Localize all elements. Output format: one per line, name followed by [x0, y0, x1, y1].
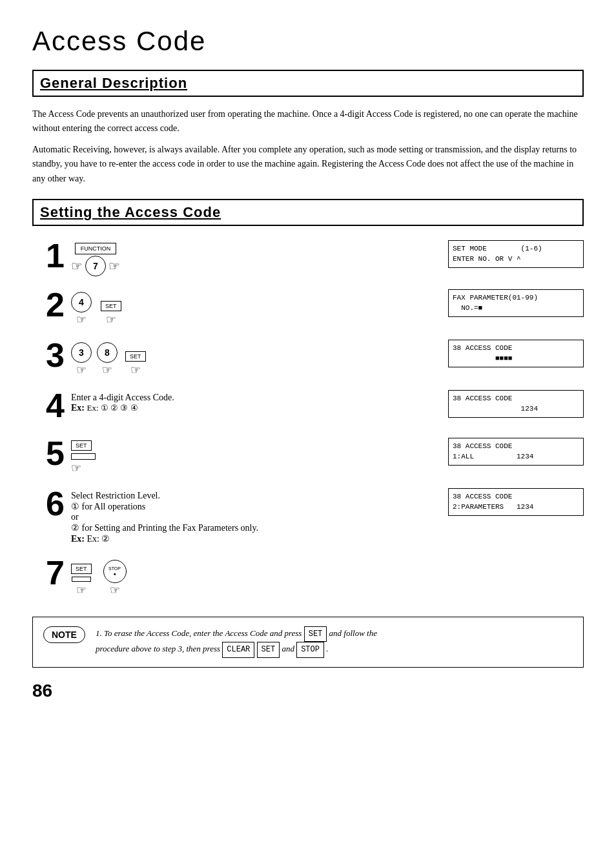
note-text: 1. To erase the Access Code, enter the A…	[96, 626, 377, 658]
step-1: 1 FUNCTION ☞ 7 ☞ SET MO	[32, 236, 584, 276]
lcd-display-2: FAX PARAMETER(01-99) NO.=■	[448, 289, 584, 317]
step-5-display: 38 ACCESS CODE 1:ALL 1234	[448, 434, 584, 466]
note-set-btn-1: SET	[304, 626, 327, 642]
lcd-display-1: SET MODE (1-6) ENTER NO. OR V ^	[448, 240, 584, 268]
set-button-3: SET	[125, 351, 146, 362]
note-stop-btn: STOP	[296, 642, 324, 657]
step-2-key: 4 ☞ SET ☞	[71, 285, 448, 327]
note-label: NOTE	[43, 626, 85, 643]
page-number: 86	[32, 681, 584, 701]
step-3-display: 38 ACCESS CODE ■■■■	[448, 336, 584, 367]
general-description-body: The Access Code prevents an unauthorized…	[32, 107, 584, 186]
set-button-5: SET	[71, 440, 92, 451]
step-5-number: 5	[32, 434, 71, 470]
step-4: 4 Enter a 4-digit Access Code. Ex: Ex: ①…	[32, 386, 584, 425]
lcd-display-6: 38 ACCESS CODE 2:PARAMETERS 1234	[448, 488, 584, 516]
step-1-key: FUNCTION ☞ 7 ☞	[71, 236, 448, 276]
step-6-text: Select Restriction Level. ① for All oper…	[71, 484, 448, 544]
step-2-display: FAX PARAMETER(01-99) NO.=■	[448, 285, 584, 317]
lcd-display-3: 38 ACCESS CODE ■■■■	[448, 340, 584, 367]
setting-header: Setting the Access Code	[32, 199, 584, 226]
step-4-text: Enter a 4-digit Access Code. Ex: Ex: ① ②…	[71, 386, 448, 425]
note-section: NOTE 1. To erase the Access Code, enter …	[32, 617, 584, 668]
steps-container: 1 FUNCTION ☞ 7 ☞ SET MO	[32, 236, 584, 597]
note-clear-btn: CLEAR	[222, 642, 254, 657]
step-6-number: 6	[32, 484, 71, 520]
step-2-number: 2	[32, 285, 71, 322]
step-7-display	[448, 553, 584, 557]
step-5: 5 SET ☞ 38 ACCESS CODE 1:ALL 1234	[32, 434, 584, 475]
step-3: 3 3 ☞ 8 ☞ SET ☞ 38 ACCESS CODE ■■■■	[32, 336, 584, 377]
step-4-number: 4	[32, 386, 71, 422]
stop-button: STOP ●	[103, 560, 127, 583]
step-7-number: 7	[32, 553, 71, 590]
key-8: 8	[97, 342, 118, 363]
general-description-header: General Description	[32, 70, 584, 97]
note-set-btn-2: SET	[257, 642, 280, 657]
lcd-display-4: 38 ACCESS CODE 1234	[448, 390, 584, 418]
key-4: 4	[71, 292, 92, 313]
step-3-key: 3 ☞ 8 ☞ SET ☞	[71, 336, 448, 377]
step-7: 7 SET ☞ STOP ● ☞	[32, 553, 584, 597]
lcd-display-5: 38 ACCESS CODE 1:ALL 1234	[448, 438, 584, 466]
step-4-display: 38 ACCESS CODE 1234	[448, 386, 584, 418]
set-button-2: SET	[101, 301, 121, 311]
step-2: 2 4 ☞ SET ☞ FAX PARAMETER(01-99) NO.=■	[32, 285, 584, 327]
page-title: Access Code	[32, 26, 584, 57]
step-1-display: SET MODE (1-6) ENTER NO. OR V ^	[448, 236, 584, 268]
key-3: 3	[71, 342, 92, 363]
step-6: 6 Select Restriction Level. ① for All op…	[32, 484, 584, 544]
function-key-label: FUNCTION	[75, 243, 117, 254]
key-7: 7	[85, 256, 106, 276]
step-3-number: 3	[32, 336, 71, 372]
step-5-key: SET ☞	[71, 434, 448, 475]
step-1-number: 1	[32, 236, 71, 272]
step-6-display: 38 ACCESS CODE 2:PARAMETERS 1234	[448, 484, 584, 516]
set-button-7: SET	[71, 564, 92, 574]
step-7-key: SET ☞ STOP ● ☞	[71, 553, 448, 597]
